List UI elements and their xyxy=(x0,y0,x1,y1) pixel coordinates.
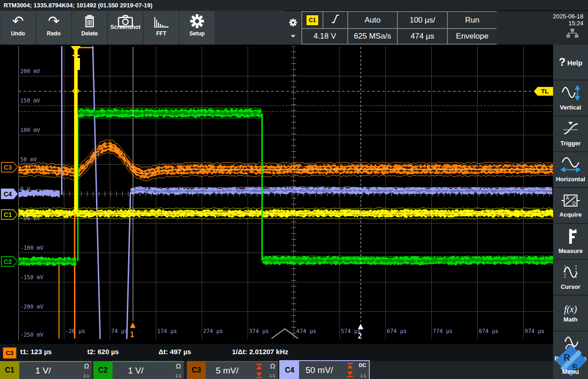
c3-coupling: Ω xyxy=(270,362,275,370)
trigger-edge-icon xyxy=(561,121,580,138)
y-axis-label: -100 mV xyxy=(20,245,44,251)
x-axis-label: 174 µs xyxy=(157,328,177,334)
c4-coupling: DC xyxy=(359,362,366,369)
trigger-mode-cell[interactable]: Auto xyxy=(347,11,398,29)
c2-badge: C2 xyxy=(93,361,113,379)
small-gear-icon xyxy=(289,18,297,29)
c2-offset-marker[interactable]: C2 xyxy=(1,256,18,267)
cursor-t2-value: t2: 620 µs xyxy=(87,348,119,356)
cursor-dt-value: Δt: 497 µs xyxy=(158,348,191,356)
c1-offset-marker[interactable]: C1 xyxy=(1,209,18,220)
cursor-results-bar: C3 t1: 123 µs t2: 620 µs Δt: 497 µs 1/Δt… xyxy=(0,344,553,361)
delete-button[interactable]: Delete xyxy=(72,11,107,45)
cursor-t1-value: t1: 123 µs xyxy=(20,348,52,356)
y-axis-label: 50 mV xyxy=(20,156,37,163)
channel-c1-block[interactable]: C1 1 V/ Ω 1:1 xyxy=(0,361,92,379)
sidebar-item-math[interactable]: f(x) Math xyxy=(553,296,588,332)
c4-offset-marker[interactable]: C4 xyxy=(1,189,18,199)
x-axis-label: 974 µs xyxy=(525,328,544,334)
sidebar-item-cursor[interactable]: Cursor xyxy=(553,260,588,296)
x-axis-label: 574 µs xyxy=(341,328,361,334)
sidebar-item-trigger[interactable]: Trigger xyxy=(553,116,588,152)
network-icon xyxy=(566,29,578,40)
redo-icon: ↷ xyxy=(48,11,59,31)
adc-icon: A D xyxy=(561,193,580,210)
waveform-display[interactable]: 200 mV 150 mV 100 mV 50 mV 0 V -50 mV -1… xyxy=(0,45,553,344)
trigger-level-flag[interactable]: TL xyxy=(534,87,553,96)
sidebar-item-horizontal[interactable]: Horizontal xyxy=(553,152,588,188)
x-axis-label: 774 µs xyxy=(433,328,452,334)
c2-scale: 1 V/ xyxy=(113,362,159,379)
y-axis-label: 150 mV xyxy=(20,98,40,104)
fx-icon: f(x) xyxy=(564,304,577,315)
c3-probe: 1:1 xyxy=(269,373,275,378)
trash-icon xyxy=(83,11,96,31)
c3-offset-marker[interactable]: C3 xyxy=(1,162,18,172)
sidebar-menu: ? Help Vertical Trigger xyxy=(553,45,588,379)
screenshot-button[interactable]: Screenshot xyxy=(108,11,143,45)
c1-coupling: Ω xyxy=(84,362,89,370)
c3-badge: C3 xyxy=(187,361,206,379)
c4-probe: 1:1 xyxy=(360,373,366,378)
x-axis-label: 874 µs xyxy=(479,328,498,334)
c1-probe: 1:1 xyxy=(83,373,89,378)
sidebar-item-measure[interactable]: Measure xyxy=(553,224,588,260)
chevron-down-icon xyxy=(291,35,295,38)
window-title: RTM3004; 1335.8794K04; 101492 (01.550 20… xyxy=(0,0,588,11)
setup-button[interactable]: Setup xyxy=(180,11,215,45)
svg-text:A: A xyxy=(566,195,569,201)
sidebar-item-help[interactable]: ? Help xyxy=(553,45,588,80)
caliper-icon xyxy=(564,229,577,246)
svg-text:R: R xyxy=(564,352,570,362)
c4-badge: C4 xyxy=(280,361,299,379)
c2-coupling: Ω xyxy=(176,362,181,370)
fft-button[interactable]: FFT xyxy=(144,11,179,45)
undo-button[interactable]: ↶ Undo xyxy=(0,11,35,45)
channel-settings-bar: C1 1 V/ Ω 1:1 C2 1 V/ Ω 1:1 C3 5 mV/ xyxy=(0,361,553,379)
x-axis-label: 474 µs xyxy=(296,328,316,334)
date-label: 2025-06-18 xyxy=(553,13,584,20)
waveform-canvas xyxy=(18,46,553,339)
trigger-slope-cell[interactable] xyxy=(322,11,348,29)
x-axis-label: 674 µs xyxy=(387,328,407,334)
horizontal-position-cell[interactable]: 474 µs xyxy=(397,28,448,45)
c3-clipping-icon xyxy=(256,363,262,379)
gear-icon xyxy=(190,11,204,31)
horizontal-scale-icon xyxy=(560,157,581,174)
channel-c3-block[interactable]: C3 5 mV/ Ω 1:1 xyxy=(187,361,278,379)
quick-settings-button[interactable] xyxy=(285,11,301,45)
x-axis-label: 374 µs xyxy=(249,328,269,334)
redo-button[interactable]: ↷ Redo xyxy=(36,11,71,45)
svg-text:D: D xyxy=(572,201,576,206)
c1-badge: C1 xyxy=(0,361,19,379)
y-axis-label: 200 mV xyxy=(20,68,40,75)
cursor-inv-dt-value: 1/Δt: 2.01207 kHz xyxy=(232,348,288,356)
cursor-lines-icon xyxy=(561,264,580,282)
cursor-source-badge[interactable]: C3 xyxy=(3,347,17,359)
sidebar-item-vertical[interactable]: Vertical xyxy=(553,80,588,116)
c1-scale: 1 V/ xyxy=(19,362,67,379)
y-axis-label: -50 mV xyxy=(20,215,40,222)
y-axis-label: -150 mV xyxy=(20,274,44,281)
sample-rate-cell[interactable]: 625 MSa/s xyxy=(347,28,398,45)
oscilloscope-screen: RTM3004; 1335.8794K04; 101492 (01.550 20… xyxy=(0,0,588,379)
acquisition-state-cell[interactable]: Run xyxy=(447,11,498,29)
datetime-panel: 2025-06-18 15:24 xyxy=(497,11,588,45)
time-label: 15:24 xyxy=(553,20,584,27)
fft-spectrum-icon xyxy=(153,11,170,31)
y-axis-label: 0 V xyxy=(20,186,30,192)
channel-c2-block[interactable]: C2 1 V/ Ω 1:1 xyxy=(93,361,184,379)
trigger-level-cell[interactable]: 4.18 V xyxy=(301,28,348,45)
rising-edge-icon xyxy=(330,13,340,27)
x-axis-label: 74 µs xyxy=(111,328,128,334)
y-axis-label: -250 mV xyxy=(20,332,44,338)
sidebar-item-menu[interactable]: Menu xyxy=(553,368,588,375)
channel-c4-block[interactable]: C4 50 mV/ DC 1:1 xyxy=(280,361,369,379)
trigger-source-cell[interactable]: C1 xyxy=(301,11,323,29)
y-axis-label: -200 mV xyxy=(20,304,44,310)
c3-scale: 5 mV/ xyxy=(206,362,249,379)
sidebar-item-acquire[interactable]: A D Acquire xyxy=(553,188,588,224)
c2-probe: 1:1 xyxy=(175,373,181,378)
timebase-cell[interactable]: 100 µs/ xyxy=(397,11,448,29)
acquisition-mode-cell[interactable]: Envelope xyxy=(447,28,498,45)
